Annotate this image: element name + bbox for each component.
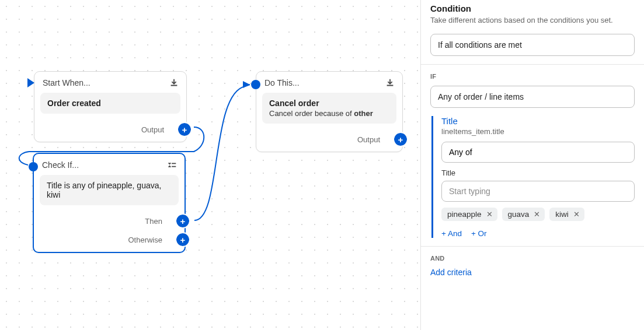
- node-start-body: Order created: [40, 93, 180, 114]
- select-logic-mode[interactable]: If all conditions are met: [430, 34, 635, 56]
- criteria-value-input-wrap[interactable]: [441, 181, 635, 202]
- node-check-if[interactable]: Check If... Title is any of pineapple, g…: [33, 153, 186, 253]
- port-add-otherwise[interactable]: +: [176, 233, 189, 246]
- select-scope[interactable]: Any of order / line items: [430, 86, 635, 108]
- condition-list-icon[interactable]: [167, 160, 177, 170]
- criteria-value-input[interactable]: [449, 187, 627, 196]
- import-icon[interactable]: [385, 78, 395, 88]
- node-check-body: Title is any of pineapple, guava, kiwi: [40, 175, 179, 205]
- node-action-output-label: Output: [357, 135, 380, 144]
- close-icon[interactable]: ✕: [532, 210, 541, 219]
- criteria-field-path: lineItems_item.title: [441, 127, 635, 136]
- port-add-output[interactable]: +: [178, 123, 191, 136]
- port-add-output[interactable]: +: [394, 133, 407, 146]
- close-icon[interactable]: ✕: [572, 210, 581, 219]
- node-action[interactable]: Do This... Cancel order Cancel order bec…: [256, 71, 403, 152]
- add-or-link[interactable]: + Or: [471, 229, 487, 238]
- chip-label: guava: [508, 210, 530, 219]
- play-icon: [26, 78, 36, 91]
- chip: pineapple ✕: [441, 208, 497, 221]
- workflow-canvas[interactable]: Start When... Order created Output + Che…: [0, 0, 420, 330]
- criteria-field-title[interactable]: Title: [441, 116, 635, 126]
- select-operator[interactable]: Any of: [441, 142, 635, 163]
- config-panel: Condition Take different actions based o…: [420, 0, 644, 330]
- chip-label: kiwi: [555, 210, 569, 219]
- port-in[interactable]: [251, 80, 260, 89]
- chip: kiwi ✕: [549, 208, 584, 221]
- add-criteria-link[interactable]: Add criteria: [421, 268, 644, 277]
- add-and-link[interactable]: + And: [441, 229, 462, 238]
- criteria-block: Title lineItems_item.title Any of Title …: [431, 116, 635, 238]
- node-check-then-label: Then: [145, 217, 162, 226]
- node-start-output-label: Output: [141, 125, 164, 134]
- svg-marker-0: [243, 81, 250, 88]
- node-start[interactable]: Start When... Order created Output +: [34, 71, 187, 142]
- node-action-body: Cancel order Cancel order because of oth…: [262, 93, 396, 124]
- if-label: IF: [430, 73, 635, 80]
- port-in[interactable]: [29, 162, 38, 171]
- and-section-label: AND: [430, 255, 635, 262]
- node-action-title: Do This...: [264, 78, 300, 87]
- node-start-title: Start When...: [43, 78, 90, 87]
- import-icon[interactable]: [169, 78, 179, 88]
- criteria-chips: pineapple ✕ guava ✕ kiwi ✕: [441, 208, 635, 221]
- node-check-otherwise-label: Otherwise: [128, 236, 162, 244]
- panel-desc: Take different actions based on the cond…: [430, 16, 635, 24]
- chip: guava ✕: [502, 208, 545, 221]
- node-check-title: Check If...: [42, 160, 79, 170]
- port-add-then[interactable]: +: [176, 215, 189, 227]
- criteria-value-label: Title: [441, 168, 635, 177]
- panel-title: Condition: [430, 3, 635, 13]
- chip-label: pineapple: [447, 210, 482, 219]
- close-icon[interactable]: ✕: [485, 210, 494, 219]
